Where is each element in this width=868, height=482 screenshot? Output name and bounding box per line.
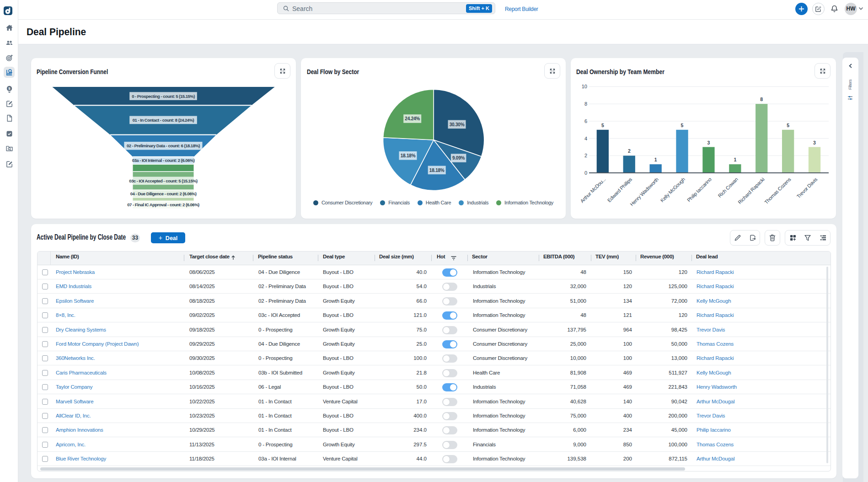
svg-text:9.09%: 9.09% (452, 155, 465, 161)
svg-text:8: 8 (584, 101, 587, 107)
svg-text:2: 2 (584, 153, 587, 158)
svg-text:Philip Iaccarino: Philip Iaccarino (686, 177, 713, 203)
svg-text:Rich Cowan: Rich Cowan (717, 177, 739, 198)
svg-text:6: 6 (584, 118, 587, 124)
svg-text:4: 4 (584, 136, 587, 141)
svg-text:Richard Rapacki: Richard Rapacki (737, 177, 765, 205)
svg-text:02 - Preliminary Data - count:: 02 - Preliminary Data - count: 6 (18.18%… (127, 143, 200, 148)
svg-text:3: 3 (707, 140, 710, 145)
svg-text:04 - Due Diligence - count: 2: 04 - Due Diligence - count: 2 (6.06%) (130, 191, 197, 196)
svg-text:03a - IOI Internal - count: 2: 03a - IOI Internal - count: 2 (6.06%) (132, 158, 195, 163)
svg-text:0: 0 (584, 170, 587, 176)
svg-text:18.18%: 18.18% (429, 168, 445, 173)
svg-text:Trevor Davis: Trevor Davis (796, 176, 819, 199)
svg-text:Edward Phillips: Edward Phillips (606, 176, 633, 203)
svg-text:01 - In Contact - count: 8 (24: 01 - In Contact - count: 8 (24.24%) (133, 118, 194, 123)
svg-text:10: 10 (582, 84, 587, 89)
svg-text:1: 1 (654, 157, 657, 162)
svg-text:03c - IOI Accepted - count: 5: 03c - IOI Accepted - count: 5 (15.15%) (129, 178, 198, 183)
svg-text:Henry Wadsworth: Henry Wadsworth (629, 177, 659, 207)
svg-text:0 - Prospecting - count: 5 (15: 0 - Prospecting - count: 5 (15.15%) (132, 94, 195, 99)
svg-text:30.30%: 30.30% (450, 122, 465, 127)
svg-text:5: 5 (787, 123, 789, 128)
svg-text:Arthur McDou...: Arthur McDou... (579, 177, 607, 204)
svg-text:5: 5 (601, 123, 604, 128)
svg-text:2: 2 (628, 148, 631, 154)
svg-text:Thomas Cozens: Thomas Cozens (763, 176, 792, 205)
svg-text:3: 3 (813, 140, 816, 145)
svg-text:8: 8 (760, 96, 763, 102)
svg-text:5: 5 (681, 123, 684, 128)
svg-text:24.24%: 24.24% (405, 116, 420, 121)
svg-text:07 - Final IC Approval - count: 07 - Final IC Approval - count: 2 (6.06%… (127, 202, 199, 207)
svg-text:Kelly McGough: Kelly McGough (659, 177, 686, 204)
svg-text:$: $ (8, 86, 11, 91)
svg-text:1: 1 (734, 157, 736, 162)
svg-text:18.18%: 18.18% (401, 153, 416, 158)
